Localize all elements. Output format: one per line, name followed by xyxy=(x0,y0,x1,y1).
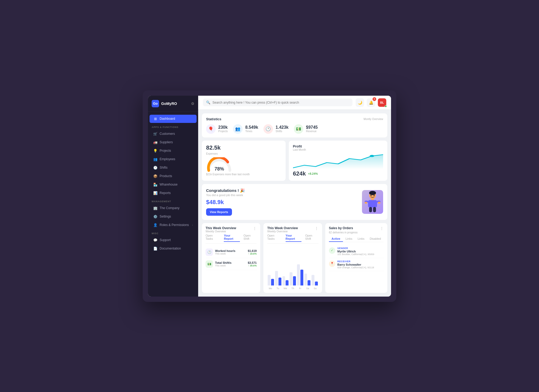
tab-links-1[interactable]: Links xyxy=(343,236,355,242)
svg-point-0 xyxy=(227,161,229,163)
gauge-percent: 78% xyxy=(215,166,224,172)
receiver-address: 929 Orange, California(CA), 92118 xyxy=(337,266,374,269)
roles-icon: 👤 xyxy=(153,223,157,227)
tab-your-report[interactable]: Your Report xyxy=(286,234,301,242)
reports-icon: 📊 xyxy=(153,191,157,195)
svg-point-12 xyxy=(370,195,371,196)
avatar[interactable]: BL xyxy=(378,98,386,107)
tab-your-report[interactable]: Your Report xyxy=(224,234,240,242)
congrats-card: Congratulations ! 🎉 You did a good job t… xyxy=(202,184,387,220)
sidebar-item-label: Documentation xyxy=(160,247,193,250)
sales-subtitle: 62 deliveries in progress xyxy=(329,231,384,234)
sidebar-item-shifts[interactable]: 🕐 Shifts xyxy=(150,164,197,172)
bar-label-mo: Mo xyxy=(267,287,273,290)
main-content: 🔍 🌙 🔔 5 BL xyxy=(198,96,391,297)
sender-label: SENDER xyxy=(337,247,374,250)
sidebar-item-company[interactable]: 🏢 The Company xyxy=(150,204,197,212)
more-options-icon[interactable]: ⋮ xyxy=(315,226,318,230)
tab-links-2[interactable]: Links xyxy=(355,236,367,242)
sender-row: ✓ SENDER Myrtle Ullrich 101 Boulder, Cal… xyxy=(329,247,384,256)
row-sub: This week xyxy=(215,252,235,255)
sidebar-item-customers[interactable]: 🛒 Customers xyxy=(150,130,197,138)
svg-rect-4 xyxy=(371,199,374,200)
sidebar-item-suppliers[interactable]: 🚛 Suppliers xyxy=(150,138,197,146)
stat-info: 1.423k Shifts xyxy=(276,125,289,133)
view-reports-button[interactable]: View Reports xyxy=(206,208,232,216)
stat-info: 8.549k Times xyxy=(245,125,258,133)
profit-card: Profit Last Month xyxy=(289,141,387,181)
sidebar-item-label: Suppliers xyxy=(160,140,193,144)
sidebar-item-settings[interactable]: ⚙️ Settings xyxy=(150,213,197,221)
theme-toggle-button[interactable]: 🌙 xyxy=(356,98,364,107)
more-options-icon[interactable]: ⋮ xyxy=(253,226,257,230)
bar-dark xyxy=(271,279,274,285)
sidebar-item-warehouse[interactable]: 🏪 Wharehouse xyxy=(150,181,197,189)
bar-group-mo xyxy=(268,275,274,285)
stat-value: 8.549k xyxy=(245,125,258,130)
svg-rect-5 xyxy=(368,200,377,207)
sidebar-item-documentation[interactable]: 📄 Documentation xyxy=(150,245,197,253)
sidebar: Go GoMyRO ⚙ ⊞ Dashboard APPS & FUNCTIONS… xyxy=(148,96,198,297)
suppliers-icon: 🚛 xyxy=(153,140,157,144)
week-card-title: This Week Overview xyxy=(267,226,298,230)
more-options-icon[interactable]: ⋮ xyxy=(380,226,384,230)
settings-gear-icon[interactable]: ⚙ xyxy=(191,102,194,106)
notifications-button[interactable]: 🔔 5 xyxy=(367,98,375,107)
bar-group-th xyxy=(290,272,296,285)
row-info: Worked hour/s This week xyxy=(215,249,235,255)
sidebar-item-reports[interactable]: 📊 Reports xyxy=(150,189,197,197)
tab-active[interactable]: Active xyxy=(329,236,343,242)
stat-item-times: 👥 8.549k Times xyxy=(233,124,258,134)
bar-group-su xyxy=(312,275,318,285)
total-shifts-icon: 💵 xyxy=(206,260,213,268)
tab-open-shift[interactable]: Open Shift xyxy=(244,234,257,242)
dashboard-icon: ⊞ xyxy=(153,117,157,121)
customers-icon: 🛒 xyxy=(153,132,157,136)
sidebar-nav: ⊞ Dashboard APPS & FUNCTIONS 🛒 Customers… xyxy=(148,112,198,297)
tab-open-tasks[interactable]: Open Tasks xyxy=(267,234,282,242)
bar-light xyxy=(304,274,307,285)
sidebar-item-employees[interactable]: 👥 Employees xyxy=(150,155,197,163)
svg-point-13 xyxy=(374,195,375,196)
receiver-row: 📍 RECEIVER Barry Schowalter 929 Orange, … xyxy=(329,260,384,269)
profit-change: +8.24% xyxy=(308,172,318,175)
sales-card: Sales by Orders ⋮ 62 deliveries in progr… xyxy=(325,223,387,293)
stat-item-projects: 🎈 230k Projects xyxy=(206,124,228,134)
search-input[interactable] xyxy=(212,101,349,104)
congrats-title: Congratulations ! 🎉 xyxy=(206,188,245,193)
sidebar-item-projects[interactable]: 💡 Projects xyxy=(150,147,197,155)
stat-value: $9745 xyxy=(306,125,318,130)
tab-open-shift[interactable]: Open Shift xyxy=(305,234,318,242)
sidebar-item-support[interactable]: 💬 Support xyxy=(150,236,197,244)
sidebar-item-roles[interactable]: 👤 Roles & Permissions › xyxy=(150,221,197,229)
row-info: Total Shift/s This week xyxy=(215,261,231,267)
bar-label-tu: Tu xyxy=(275,287,281,290)
stats-header: Statistics Montly Overview xyxy=(206,117,383,121)
sidebar-item-label: Products xyxy=(160,174,193,178)
sales-tabs: Active Links Links Disabled xyxy=(329,236,384,242)
bar-group-tu xyxy=(275,271,281,285)
sidebar-item-label: Employees xyxy=(160,157,193,161)
tab-open-tasks[interactable]: Open Tasks xyxy=(206,234,220,242)
tab-disabled[interactable]: Disabled xyxy=(367,236,384,242)
support-icon: 💬 xyxy=(153,238,157,242)
search-bar[interactable]: 🔍 xyxy=(203,99,352,106)
stat-info: 230k Projects xyxy=(218,125,228,133)
row-change: ↑ 39.6% xyxy=(248,264,257,267)
sidebar-item-products[interactable]: 📦 Products xyxy=(150,172,197,180)
sidebar-item-label: Dashboard xyxy=(160,117,193,121)
week-card-sub: Weekly Overview xyxy=(206,230,236,233)
stat-value: 230k xyxy=(218,125,228,130)
bar-light xyxy=(290,272,292,285)
sidebar-item-label: The Company xyxy=(160,206,193,210)
congrats-content: Congratulations ! 🎉 You did a good job t… xyxy=(206,188,245,216)
svg-point-3 xyxy=(369,191,376,195)
sidebar-item-label: Shifts xyxy=(160,166,193,169)
bar-label-we: We xyxy=(282,287,289,290)
row-value: $3,571 xyxy=(248,261,257,264)
projects-stat-icon: 🎈 xyxy=(206,124,216,134)
bars-container xyxy=(267,246,318,285)
week-overview-card-1: This Week Overview Weekly Overview ⋮ Ope… xyxy=(202,223,260,293)
sidebar-item-dashboard[interactable]: ⊞ Dashboard xyxy=(150,115,197,123)
bar-dark xyxy=(293,276,296,285)
